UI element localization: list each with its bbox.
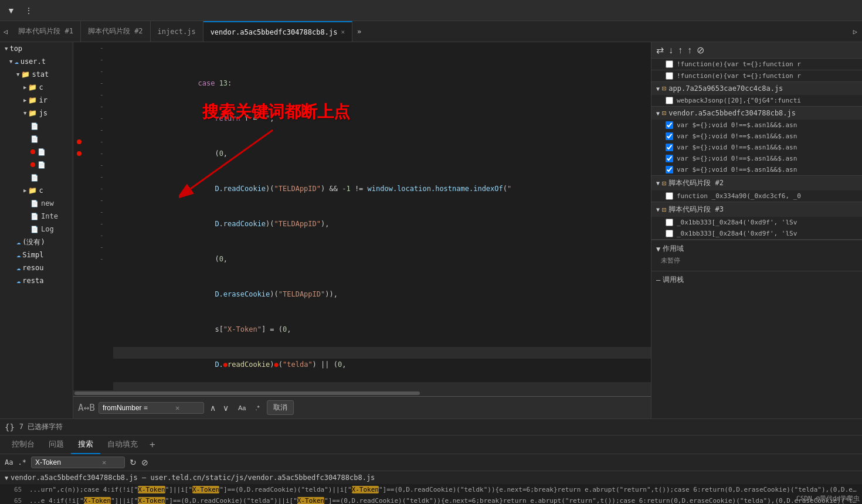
tree-item-stat[interactable]: ▼ 📁 stat [0, 68, 73, 81]
tree-item-file2[interactable]: 📄 [0, 132, 73, 145]
search-cancel-button[interactable]: 取消 [267, 400, 294, 415]
search-replace-icon[interactable]: A↔B [78, 402, 95, 413]
scope-header[interactable]: ▼ 作用域 [656, 244, 857, 254]
search-results-header: Aa .* ✕ ↻ ⊘ [0, 454, 862, 471]
add-tab-button[interactable]: + [145, 439, 160, 450]
breakpoint-marker [30, 149, 35, 154]
code-lines[interactable]: case 13: return f = "", (0, D.readCookie… [108, 42, 651, 390]
tree-item-new[interactable]: 📄 new [0, 197, 73, 210]
script-check[interactable] [666, 219, 673, 226]
script-entry-v3[interactable]: var $={};void 0!==$.asn1&&$.asn [651, 142, 862, 153]
code-line: (0, [113, 136, 651, 148]
tree-item-inte[interactable]: 📄 Inte [0, 210, 73, 223]
script-check[interactable] [666, 132, 673, 140]
tab-icon-left[interactable]: ◁ [0, 28, 11, 36]
search-clear-button[interactable]: ✕ [175, 404, 179, 412]
script-entry-v4[interactable]: var $={};void 0!==$.asn1&&$.asn [651, 153, 862, 164]
tree-item-simpl[interactable]: ☁ Simpl [0, 248, 73, 261]
collapse-button[interactable]: ▼ [5, 5, 18, 16]
result-line-2[interactable]: 65 ...e 4:if(!i["X-Token"]||i["X-Token"]… [0, 495, 862, 504]
tree-item-file5[interactable]: 📄 [0, 171, 73, 184]
search-prev-button[interactable]: ∧ [208, 402, 218, 414]
script-check[interactable] [666, 97, 673, 104]
tree-label: js [39, 109, 47, 117]
tree-item-c2[interactable]: ▶ 📁 c [0, 184, 73, 197]
braces-icon[interactable]: {} [5, 423, 15, 432]
folder-icon: 📁 [21, 70, 30, 79]
script-check[interactable] [666, 192, 673, 200]
script-entry-v1[interactable]: var $={};void 0!==$.asn1&&$.asn [651, 120, 862, 131]
script-entry-g1[interactable]: !function(e){var t={};function r [651, 59, 862, 70]
tree-item-c1[interactable]: ▶ 📁 c [0, 81, 73, 94]
folder-icon: 📁 [28, 96, 37, 104]
tree-item-js[interactable]: ▼ 📁 js [0, 107, 73, 120]
rp-btn-sync[interactable]: ⇄ [656, 45, 664, 56]
script-entry-s3b[interactable]: _0x1bb333[_0x28a4('0xd9f', 'lSv [651, 228, 862, 239]
search-clear-results-button[interactable]: ⊘ [141, 458, 148, 467]
script-entry-app1[interactable]: webpackJsonp([20],{"0jG4":functi [651, 95, 862, 106]
tab-vendor-close[interactable]: ✕ [341, 28, 345, 36]
vendor-group-header[interactable]: ▼ ⊡ vendor.a5ac5bbedfc304788cb8.js [651, 107, 862, 120]
regex-button[interactable]: .* [252, 403, 263, 413]
horizontal-scrollbar[interactable] [73, 390, 651, 396]
script-check[interactable] [666, 60, 673, 68]
code-content[interactable]: - - - - - - - - - - - - - - - - - [73, 42, 651, 390]
folder-icon: 📁 [28, 83, 37, 91]
tree-item-resou[interactable]: ☁ resou [0, 261, 73, 274]
more-button[interactable]: ⋮ [22, 5, 35, 16]
search-refresh-button[interactable]: ↻ [130, 458, 137, 467]
tab-more-button[interactable]: » [352, 28, 366, 36]
tree-item-ir[interactable]: ▶ 📁 ir [0, 94, 73, 107]
rp-btn-stop[interactable]: ⊘ [697, 45, 704, 56]
result-line-1[interactable]: 65 ...urn",c(n));case 4:if(!i["X-Token"]… [0, 484, 862, 495]
tree-item-file4[interactable]: 📄 [0, 158, 73, 171]
tree-item-log[interactable]: 📄 Log [0, 223, 73, 236]
tab-snippet2[interactable]: 脚本代码片段 #2 [81, 21, 151, 42]
tab-console[interactable]: 控制台 [5, 435, 42, 454]
script-check[interactable] [666, 72, 673, 80]
tab-inject[interactable]: inject.js [151, 21, 203, 42]
rp-btn-down[interactable]: ↓ [668, 45, 673, 56]
tree-item-top[interactable]: ▼ top [0, 42, 73, 55]
callstack-header[interactable]: — 调用栈 [656, 275, 857, 285]
tab-vendor[interactable]: vendor.a5ac5bbedfc304788cb8.js ✕ [203, 21, 352, 42]
rp-btn-step[interactable]: ↑ [687, 45, 692, 56]
tab-autocomplete[interactable]: 自动填充 [100, 435, 145, 454]
scope-section: ▼ 作用域 未暂停 [651, 240, 862, 271]
search-results-input[interactable] [35, 458, 100, 466]
script-entry-v2[interactable]: var $={};void 0!==$.asn1&&$.asn [651, 131, 862, 142]
script-check[interactable] [666, 144, 673, 151]
search-results-clear[interactable]: ✕ [102, 458, 106, 466]
result-file-arrow: ▼ [5, 475, 8, 481]
tree-item-resta[interactable]: ☁ resta [0, 274, 73, 287]
tab-inject-label: inject.js [158, 28, 196, 36]
tree-item-file3[interactable]: 📄 [0, 145, 73, 158]
search-results-area: Aa .* ✕ ↻ ⊘ ▼ vendor.a5ac5bbedfc304788cb… [0, 454, 862, 504]
script-check[interactable] [666, 121, 673, 129]
match-case-button[interactable]: Aa [235, 403, 249, 413]
snippet2-group-header[interactable]: ▼ ⊡ 脚本代码片段 #2 [651, 176, 862, 190]
script-entry-g2[interactable]: !function(e){var t={};function r [651, 70, 862, 81]
script-check[interactable] [666, 155, 673, 162]
script-entry-s2[interactable]: function _0x334a90(_0xdc3cf6, _0 [651, 190, 862, 202]
script-check[interactable] [666, 230, 673, 237]
tab-issues[interactable]: 问题 [42, 435, 71, 454]
tab-icon-right[interactable]: ▷ [849, 28, 862, 36]
snippet3-group-header[interactable]: ▼ ⊡ 脚本代码片段 #3 [651, 202, 862, 217]
rp-btn-up[interactable]: ↑ [678, 45, 683, 56]
tree-item-usert[interactable]: ▼ ☁ user.t [0, 55, 73, 68]
tab-snippet2-label: 脚本代码片段 #2 [88, 26, 143, 36]
search-input[interactable] [103, 404, 173, 412]
file-icon: ⊡ [662, 179, 666, 188]
script-check[interactable] [666, 166, 673, 173]
script-entry-s3a[interactable]: _0x1bb333[_0x28a4('0xd9f', 'lSv [651, 217, 862, 228]
tab-search[interactable]: 搜索 [71, 435, 100, 454]
tree-item-file1[interactable]: 📄 [0, 120, 73, 132]
script-entry-v5[interactable]: var $={};void 0!==$.asn1&&$.asn [651, 164, 862, 175]
result-file[interactable]: ▼ vendor.a5ac5bbedfc304788cb8.js — user.… [0, 471, 862, 484]
scrollbar-thumb[interactable] [74, 391, 420, 395]
tab-snippet1[interactable]: 脚本代码片段 #1 [11, 21, 81, 42]
app-group-header[interactable]: ▼ ⊡ app.7a25a9653cae70cc4c8a.js [651, 82, 862, 95]
tree-item-no[interactable]: ☁ (没有) [0, 236, 73, 248]
search-next-button[interactable]: ∨ [220, 402, 231, 414]
